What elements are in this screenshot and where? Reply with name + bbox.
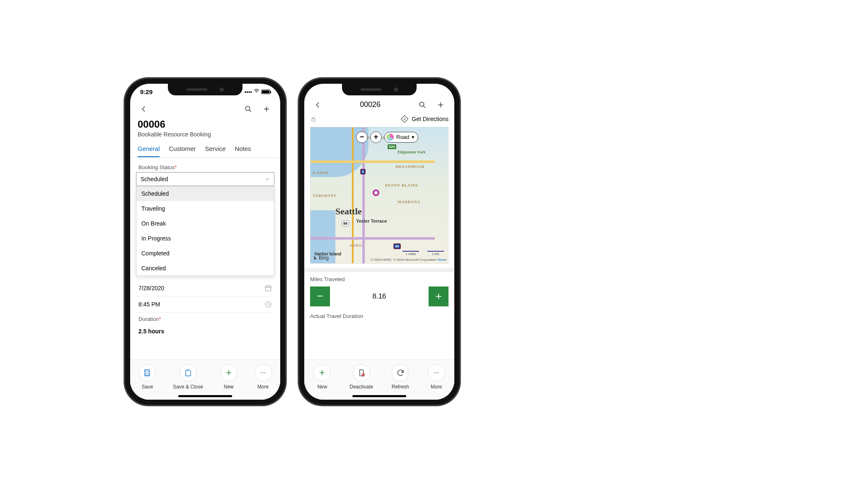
phone-frame-left: 9:29 •••• 00006 [124, 78, 286, 405]
svg-line-23 [362, 374, 364, 376]
refresh-icon [396, 369, 405, 377]
map-copyright: © 2020 HERE, © 2020 Microsoft Corporatio… [371, 258, 446, 262]
option-on-break[interactable]: On Break [136, 216, 274, 231]
option-traveling[interactable]: Traveling [136, 201, 274, 216]
map[interactable]: 520 5 99 90 Seattle PORTAGE BAY BROADMOO… [310, 127, 449, 264]
map-zoom-out[interactable]: − [356, 131, 368, 143]
search-button[interactable] [416, 99, 429, 111]
save-close-button[interactable]: Save & Close [173, 364, 203, 390]
booking-status-dropdown: Scheduled Traveling On Break In Progress… [136, 186, 274, 276]
map-scale: 1 miles 1 km [402, 251, 444, 256]
chevron-down-icon [265, 177, 270, 182]
lock-icon [310, 116, 317, 122]
new-button[interactable]: New [313, 364, 331, 390]
home-indicator [352, 395, 406, 397]
booking-status-value: Scheduled [141, 176, 168, 182]
deactivate-button[interactable]: Deactivate [349, 364, 373, 390]
wifi-icon [254, 88, 259, 95]
phone-notch [342, 84, 417, 95]
tab-service[interactable]: Service [205, 145, 225, 157]
miles-traveled-label: Miles Traveled [310, 276, 449, 282]
svg-line-14 [423, 106, 425, 108]
bottom-bar: Save Save & Close New ··· More [130, 359, 280, 400]
svg-line-1 [249, 110, 251, 112]
actual-travel-duration-label: Actual Travel Duration [310, 313, 449, 319]
battery-icon [261, 90, 270, 94]
svg-rect-17 [312, 119, 315, 121]
calendar-icon [264, 284, 272, 292]
map-type-select[interactable]: Road ▾ [384, 132, 418, 143]
time-field[interactable]: 8:45 PM [136, 296, 274, 313]
booking-status-select[interactable]: Scheduled [136, 172, 274, 186]
date-field[interactable]: 7/28/2020 [136, 280, 274, 296]
more-button[interactable]: ··· More [428, 364, 445, 390]
svg-point-0 [245, 106, 250, 111]
back-button[interactable] [312, 99, 324, 111]
phone-frame-right: 00026 Get Directions [298, 78, 460, 405]
svg-rect-4 [265, 286, 271, 291]
save-button[interactable]: Save [138, 364, 156, 390]
more-button[interactable]: ··· More [255, 364, 272, 390]
back-button[interactable] [138, 103, 150, 115]
tab-notes[interactable]: Notes [235, 145, 251, 157]
more-icon: ··· [260, 369, 266, 376]
miles-traveled-stepper: − 8.16 + [310, 286, 449, 306]
tab-general[interactable]: General [138, 145, 160, 157]
clock-icon [264, 301, 272, 308]
map-provider: Bing [313, 255, 329, 261]
miles-value: 8.16 [372, 292, 386, 301]
tab-customer[interactable]: Customer [169, 145, 196, 157]
page-subtitle: Bookable Resource Booking [138, 131, 273, 138]
tabs: General Customer Service Notes [130, 139, 280, 158]
map-terms-link[interactable]: Terms [437, 258, 446, 262]
save-icon [143, 369, 151, 377]
svg-rect-10 [146, 373, 149, 375]
option-in-progress[interactable]: In Progress [136, 231, 274, 246]
refresh-button[interactable]: Refresh [392, 364, 409, 390]
save-close-icon [184, 369, 192, 377]
svg-point-19 [404, 118, 405, 119]
plus-icon [225, 369, 233, 377]
plus-icon [318, 369, 326, 377]
new-button[interactable]: New [220, 364, 238, 390]
time-value: 8:45 PM [138, 301, 160, 308]
bottom-bar: New Deactivate Refresh ··· More [304, 359, 454, 400]
phone-notch [168, 84, 242, 95]
page-title: 00026 [324, 100, 416, 109]
signal-icon: •••• [245, 89, 252, 95]
add-button[interactable] [434, 99, 447, 111]
miles-decrement[interactable]: − [310, 286, 330, 306]
caret-down-icon: ▾ [412, 134, 415, 140]
deactivate-icon [357, 369, 366, 377]
map-pin [373, 189, 379, 196]
option-completed[interactable]: Completed [136, 246, 274, 261]
map-city-label: Seattle [335, 206, 362, 217]
booking-status-label: Booking Status [138, 164, 272, 170]
option-scheduled[interactable]: Scheduled [136, 186, 274, 201]
status-time: 9:29 [140, 88, 153, 95]
miles-increment[interactable]: + [429, 286, 449, 306]
home-indicator [178, 395, 232, 397]
get-directions-button[interactable]: Get Directions [401, 115, 449, 123]
add-button[interactable] [260, 103, 273, 115]
duration-label: Duration [138, 316, 272, 322]
more-icon: ··· [434, 369, 439, 376]
duration-value: 2.5 hours [138, 328, 164, 335]
search-button[interactable] [242, 103, 255, 115]
date-value: 7/28/2020 [138, 285, 164, 291]
directions-icon [401, 115, 408, 123]
map-type-icon [386, 133, 394, 141]
page-title: 00006 [138, 119, 273, 130]
svg-point-13 [419, 102, 424, 107]
option-canceled[interactable]: Canceled [136, 261, 274, 276]
map-zoom-in[interactable]: + [370, 131, 382, 143]
